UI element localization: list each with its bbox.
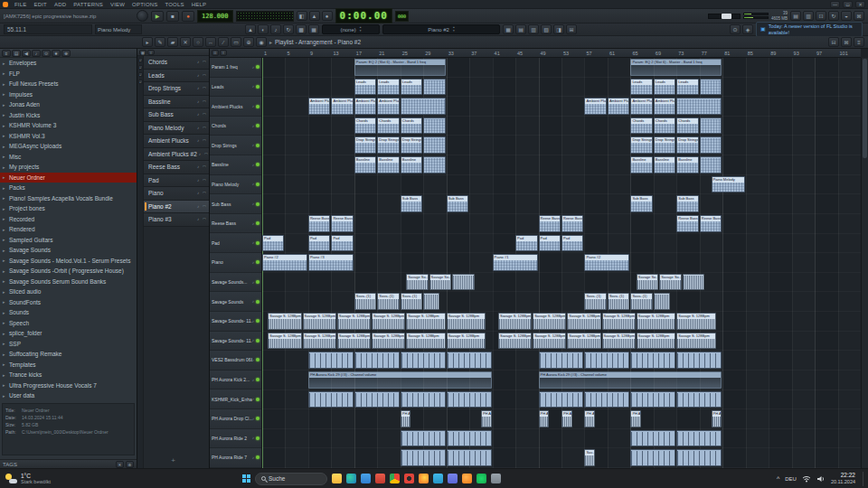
track-header[interactable]: Reese Bass♪ — [210, 214, 261, 234]
playlist-clip[interactable]: Savage S. 128Bpm — [533, 313, 566, 330]
playlist-clip[interactable]: Param: EQ 2 (Slot 6) - Master - Band 1 f… — [630, 59, 722, 76]
playlist-clip[interactable]: Bassline — [354, 156, 376, 174]
firefox-icon[interactable] — [419, 474, 429, 483]
browser-menu-icon[interactable]: ≡ — [2, 50, 11, 57]
midi-activity-icon[interactable]: ▥ — [803, 11, 814, 21]
browser-item[interactable]: ▸SSP — [0, 339, 137, 350]
track-header[interactable]: PH Aurora Kick 2...♪ — [210, 371, 261, 390]
typing-keyboard-icon[interactable]: ▦ — [308, 24, 319, 34]
browser-item[interactable]: ▸Piano! Samples Acapella Vocals Bundle — [0, 193, 137, 204]
menu-item-tools[interactable]: TOOLS — [162, 2, 188, 7]
playlist-ruler[interactable]: 1591317212529333741454953576165697377818… — [262, 49, 861, 58]
track-header[interactable]: Savage Sounds- 11...♪ — [210, 312, 261, 332]
paint-tool-icon[interactable]: ▰ — [167, 37, 178, 47]
playlist-clip[interactable]: Bassline — [630, 156, 652, 174]
playlist-clip[interactable]: Bassline — [377, 156, 399, 174]
browser-search-icon[interactable]: ⊕ — [61, 50, 71, 57]
pencil-tool-icon[interactable]: ✎ — [155, 37, 165, 47]
browser-item[interactable]: ▸Savage Sounds — [0, 245, 137, 256]
playlist-clip[interactable]: Savage S. 128Bpm — [406, 333, 446, 350]
shuttle-wheel[interactable] — [137, 10, 148, 22]
scrollbar-thumb[interactable] — [863, 59, 867, 158]
browser-item[interactable]: ▸Suffocating Remake — [0, 349, 137, 360]
playlist-clip[interactable]: Ambient Plucks — [354, 98, 376, 115]
playlist-clip[interactable] — [308, 391, 354, 408]
help-icon[interactable]: ◈ — [742, 24, 753, 34]
pattern-item[interactable]: Sub Bass♪◠ — [144, 108, 209, 122]
track-header[interactable]: PH Aurora Drop Cl...♪ — [210, 409, 261, 429]
track-mute-dot[interactable] — [256, 144, 259, 147]
playlist-clip[interactable]: Ambient Plucks — [630, 98, 652, 115]
playlist-clip[interactable]: Chords — [377, 117, 399, 135]
browser-item[interactable]: ▸KSHMR Volume 3 — [0, 120, 137, 131]
tray-chevron-icon[interactable]: ^ — [777, 475, 779, 482]
update-notification[interactable]: ▣ Today: A newer version of FL Studio is… — [756, 22, 863, 37]
tags-search-icon[interactable]: ⊕ — [126, 461, 134, 468]
browser-back-icon[interactable]: ◀ — [22, 50, 31, 57]
menu-item-options[interactable]: OPTIONS — [128, 2, 161, 7]
weather-widget[interactable]: 1°C Stark bewölkt — [0, 473, 136, 484]
mute-tool-icon[interactable]: ○ — [193, 37, 203, 47]
playlist-clip[interactable]: Drop Strings — [401, 136, 422, 154]
playlist-clip[interactable]: Reese Bass — [308, 215, 330, 232]
picker-grid-icon[interactable]: ▦ — [139, 50, 146, 55]
browser-item[interactable]: ▸splice_folder — [0, 328, 137, 339]
playlist-clip[interactable]: PH A.. — [630, 410, 641, 427]
playlist-clip[interactable]: Bassline — [654, 156, 675, 174]
playlist-clip[interactable] — [700, 117, 722, 135]
stop-button[interactable]: ■ — [166, 11, 179, 22]
playlist-options-icon[interactable]: ⊙ — [212, 50, 219, 56]
playlist-clip[interactable]: Savage So..ce (1) — [659, 274, 681, 291]
playlist-clip[interactable]: PH A.. — [712, 410, 722, 427]
playlist-clip[interactable]: PH A.. — [401, 410, 411, 427]
plugin-picker-icon[interactable]: ⊞ — [566, 24, 577, 34]
playlist-clip[interactable]: Sav.. — [584, 449, 595, 466]
browser-item[interactable]: ▸Rendered — [0, 224, 137, 235]
playlist-clip[interactable]: Savage S. 128Bpm — [337, 313, 371, 330]
playlist-clip[interactable]: Sava..(1) — [354, 293, 376, 310]
playlist-clip[interactable] — [423, 293, 439, 310]
playlist-clip[interactable]: Drop Strings — [676, 136, 698, 154]
song-mode-icon[interactable]: ◧ — [297, 11, 307, 21]
playlist-clip[interactable]: Leads — [354, 79, 376, 96]
track-header[interactable]: Savage Sounds...♪ — [210, 273, 261, 293]
track-header[interactable]: Piano♪ — [210, 253, 261, 273]
playlist-clip[interactable] — [423, 79, 445, 96]
browser-item[interactable]: ▸Sliced audio — [0, 286, 137, 297]
slice-tool-icon[interactable]: ∕ — [218, 37, 229, 47]
playlist-clip[interactable]: Savage S. 128Bpm — [567, 333, 600, 350]
menu-item-file[interactable]: FILE — [11, 2, 30, 7]
track-header[interactable]: Bassline♪ — [210, 155, 261, 175]
playlist-clip[interactable] — [584, 352, 629, 369]
track-mute-dot[interactable] — [256, 163, 259, 166]
pattern-item[interactable]: Drop Strings♪◠ — [144, 82, 209, 96]
playlist-clip[interactable] — [354, 352, 400, 369]
browser-item[interactable]: ▸Savage Sounds Serum Sound Banks — [0, 277, 137, 287]
playlist-clip[interactable]: Savage So..ce (1) — [406, 274, 428, 291]
playlist-clip[interactable]: Savage S. 128Bpm — [602, 333, 636, 350]
playlist-clip[interactable]: Pad — [539, 235, 561, 252]
playlist-clip[interactable]: Reese Bass — [676, 215, 698, 232]
playlist-clip[interactable]: Savage S. 128Bpm — [337, 333, 371, 350]
track-header[interactable]: Piano Melody♪ — [210, 175, 261, 195]
playlist-clip[interactable]: Savage S. 128Bpm — [637, 333, 676, 350]
playlist-clip[interactable]: Sub Bass — [401, 195, 422, 212]
pattern-item[interactable]: Piano #3♪◠ — [144, 213, 209, 227]
pattern-item[interactable]: Pad♪◠ — [144, 174, 209, 188]
browser-item[interactable]: ▸SoundFonts — [0, 297, 137, 308]
playlist-clip[interactable]: Sub Bass — [630, 195, 652, 212]
photos-icon[interactable] — [375, 474, 385, 483]
record-button[interactable]: ● — [182, 11, 194, 22]
track-header[interactable]: Ambient Plucks♪ — [210, 97, 261, 117]
playlist-clip[interactable]: Pad — [561, 235, 583, 252]
playlist-clip[interactable] — [452, 274, 474, 291]
picker-menu-icon[interactable]: ≡ — [147, 50, 155, 55]
playlist-clip[interactable] — [447, 430, 492, 447]
pattern-item[interactable]: Chords♪◠ — [144, 56, 209, 70]
playlist-clip[interactable]: Chords — [654, 117, 675, 135]
playlist-clip[interactable]: Piano #1 — [493, 254, 538, 271]
playlist-clip[interactable]: Leads — [654, 79, 675, 96]
playlist-clip[interactable] — [676, 430, 722, 447]
maximize-button[interactable]: ▭ — [843, 1, 853, 8]
track-mute-dot[interactable] — [256, 455, 259, 459]
